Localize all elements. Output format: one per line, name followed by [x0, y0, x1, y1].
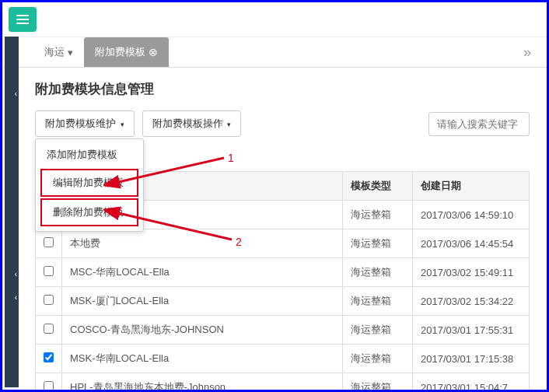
search-input[interactable] [428, 112, 530, 136]
type-header: 模板类型 [343, 172, 413, 201]
row-checkbox[interactable] [44, 352, 54, 362]
maintain-dropdown-button[interactable]: 附加费模板维护 ▾ [35, 110, 135, 137]
cell-type: 海运整箱 [343, 229, 413, 258]
tab-shipping[interactable]: 海运 ▾ [33, 37, 84, 67]
cell-type: 海运整箱 [343, 258, 413, 287]
row-checkbox[interactable] [44, 381, 54, 391]
cell-name: COSCO-青岛黑海地东-JOHNSON [62, 316, 343, 345]
left-sidebar: ‹ ‹ ‹ [5, 37, 19, 387]
table-row[interactable]: MSK-厦门LOCAL-Ella 海运整箱 2017/03/02 15:34:2… [36, 287, 530, 316]
button-label: 附加费模板维护 [45, 117, 116, 129]
tabs-row: 海运 ▾ 附加费模板 ⊗ » [2, 37, 547, 68]
close-icon[interactable]: ⊗ [149, 46, 158, 58]
chevron-left-icon[interactable]: ‹ [15, 293, 17, 302]
cell-name: MSC-华南LOCAL-Ella [62, 258, 343, 287]
operate-dropdown-button[interactable]: 附加费模板操作 ▾ [142, 110, 242, 137]
cell-date: 2017/03/02 15:49:11 [413, 258, 530, 287]
page-title: 附加费模块信息管理 [35, 80, 530, 98]
row-checkbox[interactable] [44, 237, 54, 247]
dropdown-item-edit[interactable]: 编辑附加费模板 [40, 169, 138, 197]
table-row[interactable]: COSCO-青岛黑海地东-JOHNSON 海运整箱 2017/03/01 17:… [36, 316, 530, 345]
date-header: 创建日期 [413, 172, 530, 201]
table-row[interactable]: MSK-华南LOCAL-Ella 海运整箱 2017/03/01 17:15:3… [36, 345, 530, 373]
cell-date: 2017/03/01 15:04:7 [413, 373, 530, 393]
menu-toggle-button[interactable] [9, 7, 37, 32]
tab-forward-button[interactable]: » [514, 38, 540, 67]
button-label: 附加费模板操作 [152, 117, 223, 129]
cell-name: HPL-青岛黑海地东本地费-Johnson [62, 373, 343, 393]
cell-type: 海运整箱 [343, 287, 413, 316]
tab-label: 海运 [44, 45, 65, 59]
cell-name: MSK-厦门LOCAL-Ella [62, 287, 343, 316]
row-checkbox[interactable] [44, 266, 54, 276]
table-row[interactable]: MSC-华南LOCAL-Ella 海运整箱 2017/03/02 15:49:1… [36, 258, 530, 287]
row-checkbox[interactable] [44, 295, 54, 305]
cell-name: 本地费 [62, 229, 343, 258]
cell-date: 2017/03/06 14:45:54 [413, 229, 530, 258]
cell-type: 海运整箱 [343, 373, 413, 393]
toolbar: 附加费模板维护 ▾ 附加费模板操作 ▾ 添加附加费模板 编辑附加费模板 删除附加… [35, 110, 530, 137]
cell-name: MSK-华南LOCAL-Ella [62, 345, 343, 373]
tab-label: 附加费模板 [95, 45, 145, 59]
cell-type: 海运整箱 [343, 345, 413, 373]
top-bar [2, 2, 547, 37]
table-row[interactable]: HPL-青岛黑海地东本地费-Johnson 海运整箱 2017/03/01 15… [36, 373, 530, 393]
chevron-down-icon: ▾ [68, 47, 73, 58]
cell-type: 海运整箱 [343, 201, 413, 229]
row-checkbox[interactable] [44, 324, 54, 334]
maintain-dropdown-menu: 添加附加费模板 编辑附加费模板 删除附加费模板 [35, 138, 144, 232]
cell-date: 2017/03/02 15:34:22 [413, 287, 530, 316]
cell-date: 2017/03/01 17:15:38 [413, 345, 530, 373]
table-row[interactable]: 本地费 海运整箱 2017/03/06 14:45:54 [36, 229, 530, 258]
tab-surcharge-template[interactable]: 附加费模板 ⊗ [84, 37, 169, 67]
chevron-left-icon[interactable]: ‹ [15, 270, 17, 278]
chevron-left-icon[interactable]: ‹ [15, 89, 17, 98]
chevron-down-icon: ▾ [227, 121, 231, 128]
cell-date: 2017/03/01 17:55:31 [413, 316, 530, 345]
content-area: 附加费模块信息管理 附加费模板维护 ▾ 附加费模板操作 ▾ 添加附加费模板 编辑… [2, 68, 547, 392]
chevron-down-icon: ▾ [121, 121, 124, 128]
cell-type: 海运整箱 [343, 316, 413, 345]
dropdown-item-add[interactable]: 添加附加费模板 [36, 142, 143, 167]
cell-date: 2017/03/06 14:59:10 [413, 201, 530, 229]
dropdown-item-delete[interactable]: 删除附加费模板 [40, 198, 138, 226]
